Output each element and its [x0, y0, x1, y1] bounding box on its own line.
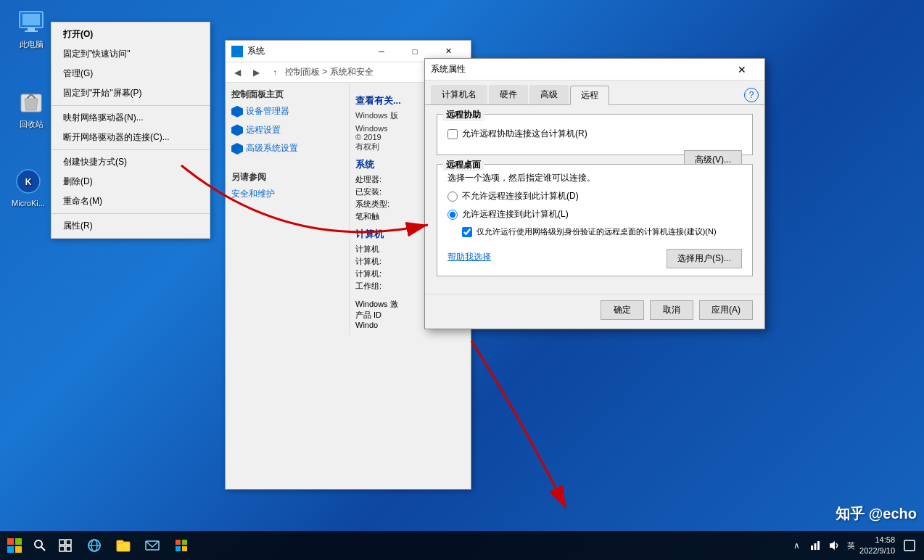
radio-no-allow-row: 不允许远程连接到此计算机(D): [447, 190, 742, 202]
svg-rect-27: [176, 546, 181, 551]
remote-assistance-checkbox[interactable]: [447, 129, 458, 139]
svg-rect-3: [25, 30, 38, 32]
help-select-link[interactable]: 帮助我选择: [447, 251, 491, 263]
tab-hardware[interactable]: 硬件: [489, 85, 528, 104]
system-tray: ∧ 英 14:58 2022/9/10: [788, 531, 924, 560]
desktop-icon-recycle[interactable]: 回收站: [6, 87, 57, 130]
recycle-icon: [17, 87, 46, 116]
context-menu-manage[interactable]: 管理(G): [51, 64, 210, 83]
svg-line-14: [41, 547, 45, 551]
nla-checkbox[interactable]: [462, 227, 472, 237]
apply-button[interactable]: 应用(A): [699, 300, 753, 320]
microk-icon: K: [14, 167, 43, 196]
context-menu-map-drive[interactable]: 映射网络驱动器(N)...: [51, 108, 210, 128]
search-button[interactable]: [29, 535, 51, 556]
remote-desktop-desc: 选择一个选项，然后指定谁可以连接。: [447, 172, 742, 184]
context-menu-open[interactable]: 打开(O): [51, 25, 210, 44]
tab-advanced[interactable]: 高级: [529, 85, 569, 104]
shield-icon-2: [231, 124, 243, 136]
tab-computer-name[interactable]: 计算机名: [431, 85, 487, 104]
sys-props-dialog: 系统属性 ✕ 计算机名 硬件 高级 远程 ? 远程协助 允许远程协助连接这台计算…: [424, 58, 765, 329]
dialog-help-area: ?: [744, 85, 759, 104]
recycle-label: 回收站: [20, 119, 44, 130]
dialog-close-button[interactable]: ✕: [725, 59, 759, 81]
explorer-button[interactable]: [109, 531, 138, 560]
svg-rect-29: [811, 545, 813, 550]
sidebar-advanced-settings[interactable]: 高级系统设置: [231, 141, 343, 157]
forward-button[interactable]: ▶: [247, 64, 265, 81]
svg-rect-26: [182, 540, 187, 545]
tray-datetime[interactable]: 14:58 2022/9/10: [859, 535, 899, 557]
svg-rect-10: [15, 538, 22, 545]
microk-label: MicroKi...: [12, 199, 45, 207]
device-mgr-link[interactable]: 设备管理器: [246, 104, 289, 120]
svg-marker-32: [830, 541, 835, 550]
remote-assistance-section: 远程协助 允许远程协助连接这台计算机(R) 高级(V)...: [437, 114, 753, 155]
tray-volume[interactable]: [825, 531, 843, 560]
minimize-button[interactable]: ─: [365, 41, 398, 62]
tab-remote[interactable]: 远程: [570, 86, 609, 105]
desktop-icon-microk[interactable]: K MicroKi...: [3, 167, 54, 207]
context-menu-disconnect[interactable]: 断开网络驱动器的连接(C)...: [51, 128, 210, 147]
radio-allow[interactable]: [447, 210, 458, 220]
thispc-icon: [17, 7, 46, 36]
select-users-button[interactable]: 选择用户(S)...: [667, 249, 742, 268]
remote-desktop-title: 远程桌面: [443, 159, 484, 171]
thispc-label: 此电脑: [20, 39, 44, 50]
separator2: [51, 149, 210, 150]
context-menu-delete[interactable]: 删除(D): [51, 172, 210, 192]
mail-button[interactable]: [138, 531, 167, 560]
svg-rect-11: [7, 546, 14, 553]
context-menu-pin-start[interactable]: 固定到"开始"屏幕(P): [51, 83, 210, 103]
taskbar: ∧ 英 14:58 2022/9/10: [0, 531, 924, 560]
svg-rect-30: [814, 543, 817, 550]
svg-rect-31: [817, 541, 820, 550]
back-button[interactable]: ◀: [228, 64, 246, 81]
separator1: [51, 105, 210, 106]
tray-time-value: 14:58: [859, 535, 895, 545]
context-menu-pin-quick[interactable]: 固定到"快速访问": [51, 44, 210, 64]
radio-no-allow[interactable]: [447, 192, 458, 202]
desktop-icon-thispc[interactable]: 此电脑: [6, 7, 57, 50]
security-link[interactable]: 安全和维护: [231, 186, 343, 202]
separator3: [51, 213, 210, 214]
svg-rect-18: [66, 546, 71, 551]
sidebar-device-mgr[interactable]: 设备管理器: [231, 104, 343, 120]
cancel-button[interactable]: 取消: [650, 300, 693, 320]
svg-rect-25: [176, 540, 181, 545]
tray-expand[interactable]: ∧: [788, 531, 805, 560]
context-menu-create-shortcut[interactable]: 创建快捷方式(S): [51, 152, 210, 172]
remote-settings-link[interactable]: 远程设置: [246, 123, 281, 139]
up-button[interactable]: ↑: [266, 64, 284, 81]
task-view-button[interactable]: [51, 531, 80, 560]
tray-notification[interactable]: [901, 531, 918, 560]
svg-rect-12: [15, 546, 22, 553]
help-button[interactable]: ?: [744, 88, 759, 102]
svg-rect-1: [22, 14, 40, 25]
context-menu-properties[interactable]: 属性(R): [51, 216, 210, 236]
ok-button[interactable]: 确定: [601, 300, 644, 320]
system-window-title: 系统: [247, 45, 365, 57]
dialog-title: 系统属性: [431, 63, 725, 75]
shield-icon-3: [231, 143, 243, 155]
start-button[interactable]: [0, 531, 29, 560]
context-menu: 打开(O) 固定到"快速访问" 管理(G) 固定到"开始"屏幕(P) 映射网络驱…: [51, 22, 210, 239]
ie-button[interactable]: [80, 531, 109, 560]
remote-assistance-title: 远程协助: [443, 109, 484, 121]
advanced-settings-link[interactable]: 高级系统设置: [246, 141, 298, 157]
remote-desktop-section: 远程桌面 选择一个选项，然后指定谁可以连接。 不允许远程连接到此计算机(D) 允…: [437, 164, 753, 276]
nla-label: 仅允许运行使用网络级别身份验证的远程桌面的计算机连接(建议)(N): [477, 226, 717, 237]
tray-network[interactable]: [807, 531, 824, 560]
shield-icon-1: [231, 106, 243, 118]
see-also-title: 另请参阅: [231, 171, 343, 184]
context-menu-rename[interactable]: 重命名(M): [51, 192, 210, 211]
svg-rect-17: [59, 546, 65, 551]
dialog-titlebar: 系统属性 ✕: [425, 59, 764, 81]
store-button[interactable]: [167, 531, 196, 560]
breadcrumb: 控制面板 > 系统和安全: [285, 66, 374, 78]
radio-no-allow-label: 不允许远程连接到此计算机(D): [462, 190, 579, 202]
desktop: 此电脑 回收站 K MicroKi... 打开(O) 固定到"快速访问" 管理(…: [0, 0, 924, 560]
tray-lang[interactable]: 英: [844, 540, 858, 551]
radio-allow-row: 允许远程连接到此计算机(L): [447, 208, 742, 221]
sidebar-remote-settings[interactable]: 远程设置: [231, 123, 343, 139]
